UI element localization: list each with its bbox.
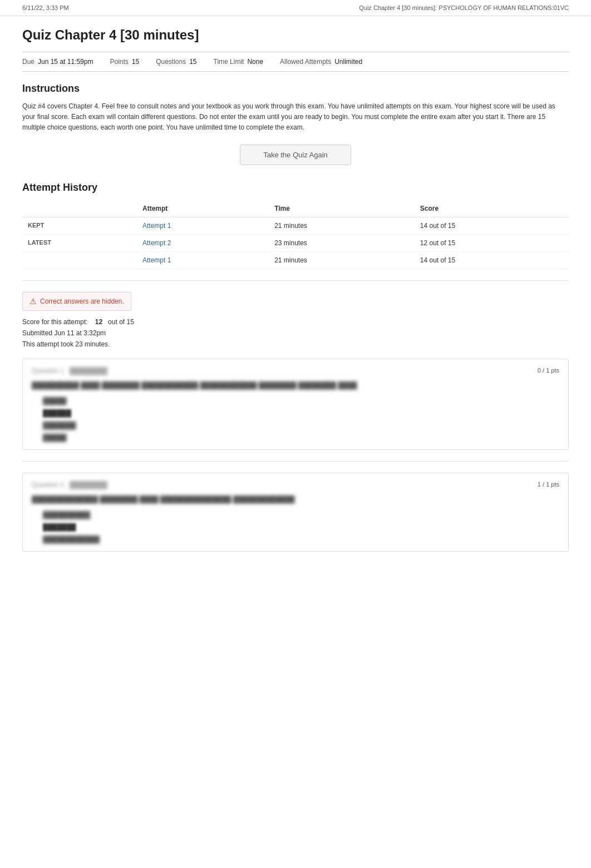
table-row: Attempt 1 21 minutes 14 out of 15: [22, 251, 569, 269]
table-row: KEPT Attempt 1 21 minutes 14 out of 15: [22, 217, 569, 234]
points-label: Points: [110, 58, 128, 66]
points-value: 15: [132, 58, 139, 66]
question-1-text: ██████████ ████ ████████ ████████████ ██…: [32, 380, 559, 390]
table-header-row: Attempt Time Score: [22, 200, 569, 217]
attempt-history-table: Attempt Time Score KEPT Attempt 1 21 min…: [22, 200, 569, 269]
attempt-link-2[interactable]: Attempt 1: [137, 251, 269, 269]
questions-item: Questions 15: [156, 58, 196, 66]
question-1-blurred-label: ████████: [70, 367, 107, 375]
question-2-options: ██████████ ███████ ████████████: [43, 511, 559, 543]
page-title: Quiz Chapter 4 [30 minutes]: [22, 27, 569, 43]
question-1-left: Question 1 ████████: [32, 367, 107, 375]
allowed-attempts-value: Unlimited: [334, 58, 362, 66]
attempt-time-2: 21 minutes: [269, 251, 415, 269]
questions-value: 15: [189, 58, 196, 66]
question-2-number: Question 2: [32, 481, 64, 489]
question-2-header: Question 2 ████████ 1 / 1 pts: [32, 481, 559, 489]
attempt-badge-2: [22, 251, 137, 269]
option-1c: ███████: [43, 421, 559, 429]
option-2b: ███████: [43, 523, 559, 531]
attempt-badge-0: KEPT: [22, 217, 137, 234]
warning-icon: ⚠: [29, 297, 37, 306]
hidden-answers-text: Correct answers are hidden.: [40, 297, 124, 305]
instructions-text: Quiz #4 covers Chapter 4. Feel free to c…: [22, 101, 569, 133]
divider-1: [22, 280, 569, 281]
question-2-text: ██████████████ ████████ ████ ███████████…: [32, 494, 559, 504]
option-1b: ██████: [43, 409, 559, 417]
question-block-2: Question 2 ████████ 1 / 1 pts ██████████…: [22, 473, 569, 552]
duration-line: This attempt took 23 minutes.: [22, 339, 569, 350]
attempt-link-0[interactable]: Attempt 1: [137, 217, 269, 234]
score-label: Score for this attempt:: [22, 318, 87, 326]
col-badge: [22, 200, 137, 217]
score-info: Score for this attempt: 12 out of 15 Sub…: [22, 316, 569, 350]
score-number: 12: [95, 318, 102, 326]
attempt-badge-1: LATEST: [22, 234, 137, 251]
question-1-header: Question 1 ████████ 0 / 1 pts: [32, 367, 559, 375]
option-2a: ██████████: [43, 511, 559, 519]
score-total: out of 15: [108, 318, 134, 326]
question-1-options: █████ ██████ ███████ █████: [43, 397, 559, 442]
instructions-title: Instructions: [22, 83, 569, 95]
allowed-attempts-item: Allowed Attempts Unlimited: [280, 58, 362, 66]
attempt-history-section: Attempt History Attempt Time Score KEPT …: [22, 182, 569, 269]
divider-2: [22, 461, 569, 462]
question-1-points: 0 / 1 pts: [538, 367, 559, 375]
attempt-score-1: 12 out of 15: [415, 234, 569, 251]
question-block-1: Question 1 ████████ 0 / 1 pts ██████████…: [22, 359, 569, 450]
questions-label: Questions: [156, 58, 186, 66]
option-1a: █████: [43, 397, 559, 405]
submitted-line: Submitted Jun 11 at 3:32pm: [22, 328, 569, 339]
col-score: Score: [415, 200, 569, 217]
due-label: Due: [22, 58, 35, 66]
question-1-number: Question 1: [32, 367, 64, 375]
time-limit-value: None: [247, 58, 263, 66]
allowed-attempts-label: Allowed Attempts: [280, 58, 331, 66]
attempt-history-title: Attempt History: [22, 182, 569, 194]
hidden-answers-notice: ⚠ Correct answers are hidden.: [22, 292, 131, 311]
datetime-label: 6/11/22, 3:33 PM: [22, 4, 69, 11]
question-2-points: 1 / 1 pts: [538, 481, 559, 489]
col-time: Time: [269, 200, 415, 217]
course-title-label: Quiz Chapter 4 [30 minutes]: PSYCHOLOGY …: [359, 4, 569, 11]
points-item: Points 15: [110, 58, 139, 66]
attempt-time-1: 23 minutes: [269, 234, 415, 251]
time-limit-item: Time Limit None: [214, 58, 264, 66]
table-row: LATEST Attempt 2 23 minutes 12 out of 15: [22, 234, 569, 251]
meta-row: Due Jun 15 at 11:59pm Points 15 Question…: [22, 52, 569, 72]
score-line: Score for this attempt: 12 out of 15: [22, 316, 569, 328]
time-limit-label: Time Limit: [214, 58, 244, 66]
attempt-score-0: 14 out of 15: [415, 217, 569, 234]
attempt-link-1[interactable]: Attempt 2: [137, 234, 269, 251]
due-item: Due Jun 15 at 11:59pm: [22, 58, 93, 66]
due-value: Jun 15 at 11:59pm: [38, 58, 93, 66]
attempt-time-0: 21 minutes: [269, 217, 415, 234]
question-2-left: Question 2 ████████: [32, 481, 107, 489]
option-2c: ████████████: [43, 535, 559, 543]
col-attempt: Attempt: [137, 200, 269, 217]
option-1d: █████: [43, 434, 559, 442]
attempt-score-2: 14 out of 15: [415, 251, 569, 269]
take-quiz-button[interactable]: Take the Quiz Again: [240, 145, 351, 165]
question-2-blurred-label: ████████: [70, 481, 107, 489]
